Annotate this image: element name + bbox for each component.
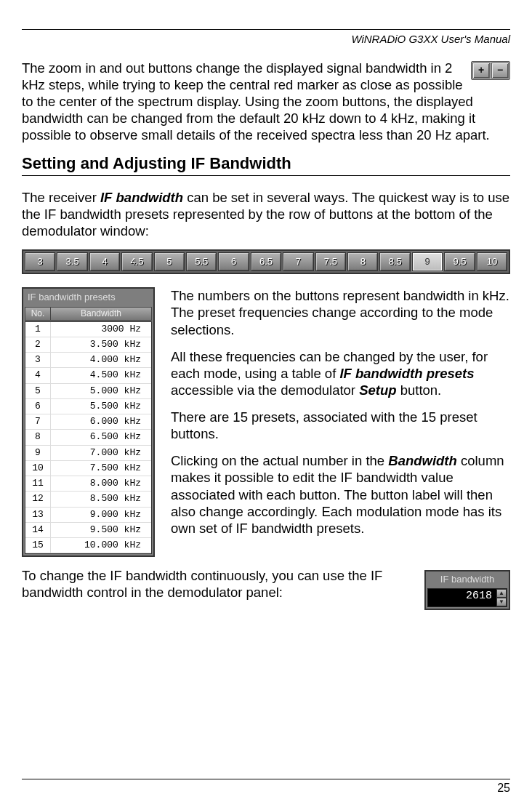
term-presets: IF bandwidth presets <box>339 366 474 381</box>
preset-row-bandwidth: 6.500 kHz <box>51 430 151 444</box>
preset-row: 65.500 kHz <box>25 399 151 414</box>
term-bandwidth-col: Bandwidth <box>388 453 457 468</box>
zoom-out-icon: − <box>491 63 509 79</box>
bandwidth-preset-button: 6.5 <box>251 252 281 271</box>
preset-row-no: 3 <box>25 353 51 367</box>
term-setup: Setup <box>359 382 396 398</box>
preset-row-bandwidth: 3.500 kHz <box>51 337 151 352</box>
preset-col-no: No. <box>25 308 51 320</box>
bandwidth-preset-button: 9.5 <box>444 252 475 271</box>
preset-row-bandwidth: 9.500 kHz <box>51 523 151 537</box>
preset-row-no: 14 <box>25 523 51 537</box>
paragraph-intro: The receiver IF bandwidth can be set in … <box>22 189 510 239</box>
preset-row: 44.500 kHz <box>25 368 151 383</box>
paragraph-15presets: There are 15 presets, associated with th… <box>171 409 510 442</box>
preset-row-bandwidth: 4.000 kHz <box>51 353 151 367</box>
preset-table-panel: IF bandwidth presets No. Bandwidth 13000… <box>22 287 155 557</box>
preset-row-bandwidth: 5.500 kHz <box>51 399 151 414</box>
preset-row-no: 15 <box>25 538 51 553</box>
if-bandwidth-value: 2618 <box>428 589 496 606</box>
preset-row: 107.500 kHz <box>25 461 151 476</box>
preset-row-bandwidth: 5.000 kHz <box>51 384 151 398</box>
bandwidth-preset-button: 8 <box>347 252 378 271</box>
bandwidth-preset-button: 7 <box>283 252 313 271</box>
preset-row-bandwidth: 10.000 kHz <box>51 538 151 553</box>
bandwidth-preset-button: 9 <box>412 252 443 271</box>
text: Clicking on the actual number in the <box>171 453 388 468</box>
preset-row-no: 11 <box>25 476 51 491</box>
zoom-in-icon: + <box>472 63 490 79</box>
paragraph-numbers: The numbers on the buttons represent ban… <box>171 287 510 337</box>
preset-row-no: 7 <box>25 414 51 429</box>
bandwidth-preset-button: 10 <box>477 252 507 271</box>
preset-row-no: 5 <box>25 384 51 398</box>
preset-row-bandwidth: 6.000 kHz <box>51 414 151 429</box>
paragraph-zoom: The zoom in and out buttons change the d… <box>22 60 510 144</box>
bandwidth-preset-button: 3.5 <box>57 252 87 271</box>
doc-header: WiNRADiO G3XX User's Manual <box>22 33 510 47</box>
if-bandwidth-label: IF bandwidth <box>427 573 507 588</box>
text: button. <box>397 382 442 398</box>
preset-row-no: 6 <box>25 399 51 414</box>
preset-row-no: 13 <box>25 508 51 522</box>
preset-row: 128.500 kHz <box>25 492 151 507</box>
bandwidth-preset-button: 5.5 <box>186 252 217 271</box>
spinner-up-icon: ▲ <box>496 589 507 598</box>
preset-row-bandwidth: 9.000 kHz <box>51 508 151 522</box>
preset-row: 86.500 kHz <box>25 430 151 445</box>
preset-row-bandwidth: 8.500 kHz <box>51 492 151 506</box>
bandwidth-preset-button: 5 <box>154 252 185 271</box>
preset-row-no: 12 <box>25 492 51 506</box>
preset-row-no: 10 <box>25 461 51 476</box>
preset-row: 55.000 kHz <box>25 384 151 399</box>
bandwidth-preset-button: 7.5 <box>315 252 346 271</box>
paragraph-change: All these frequencies can be changed by … <box>171 348 510 398</box>
preset-row: 1510.000 kHz <box>25 538 151 553</box>
bandwidth-preset-button: 8.5 <box>379 252 410 271</box>
bandwidth-preset-button: 3 <box>25 252 55 271</box>
preset-row-bandwidth: 7.500 kHz <box>51 461 151 476</box>
preset-row-no: 2 <box>25 337 51 352</box>
preset-row: 118.000 kHz <box>25 476 151 492</box>
text: The receiver <box>22 190 100 205</box>
spinner-down-icon: ▼ <box>496 598 507 606</box>
if-bandwidth-control: IF bandwidth 2618 ▲ ▼ <box>424 570 510 609</box>
bandwidth-preset-button: 6 <box>218 252 249 271</box>
bandwidth-preset-button: 4.5 <box>121 252 152 271</box>
preset-row: 13000 Hz <box>25 322 151 337</box>
zoom-buttons-graphic: + − <box>471 61 510 80</box>
preset-row-bandwidth: 4.500 kHz <box>51 368 151 382</box>
preset-table-title: IF bandwidth presets <box>25 290 152 305</box>
preset-row-no: 8 <box>25 430 51 444</box>
preset-row-bandwidth: 7.000 kHz <box>51 446 151 460</box>
section-heading: Setting and Adjusting IF Bandwidth <box>22 153 510 174</box>
preset-row-bandwidth: 3000 Hz <box>51 322 151 337</box>
preset-row: 34.000 kHz <box>25 353 151 368</box>
bandwidth-preset-row: 33.544.555.566.577.588.599.510 <box>22 249 510 274</box>
preset-row: 97.000 kHz <box>25 446 151 461</box>
preset-row-no: 9 <box>25 446 51 460</box>
preset-col-bandwidth: Bandwidth <box>51 308 151 320</box>
preset-row: 149.500 kHz <box>25 523 151 538</box>
preset-row-bandwidth: 8.000 kHz <box>51 476 151 491</box>
text: accessible via the demodulator <box>171 382 359 398</box>
preset-row: 139.000 kHz <box>25 508 151 523</box>
preset-row-no: 1 <box>25 322 51 337</box>
preset-row: 76.000 kHz <box>25 414 151 430</box>
preset-row: 23.500 kHz <box>25 337 151 353</box>
preset-row-no: 4 <box>25 368 51 382</box>
paragraph-click-bw: Clicking on the actual number in the Ban… <box>171 452 510 537</box>
term-if-bandwidth: IF bandwidth <box>100 190 183 205</box>
bandwidth-preset-button: 4 <box>89 252 120 271</box>
